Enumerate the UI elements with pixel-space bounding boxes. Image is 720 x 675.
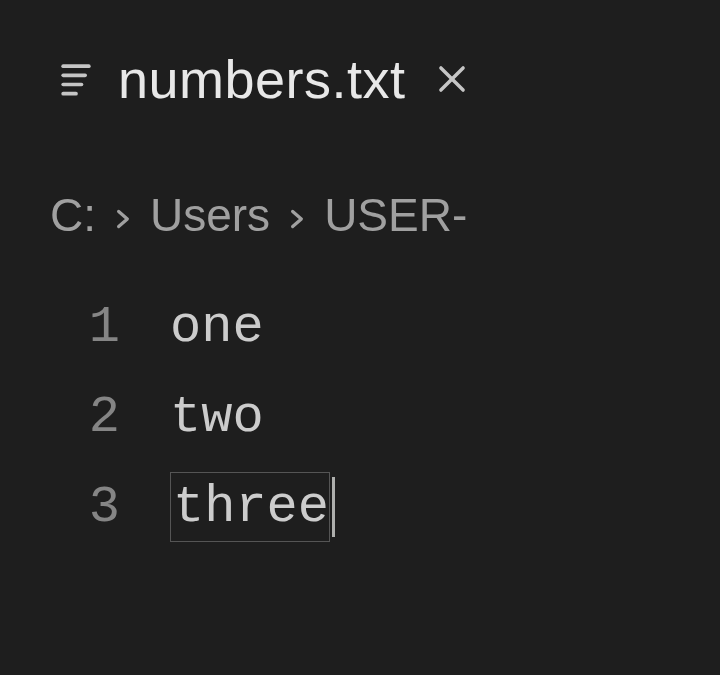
editor-line[interactable]: 1 one (40, 282, 720, 372)
breadcrumb: C: Users USER- (40, 188, 720, 242)
line-text[interactable]: one (170, 292, 264, 362)
line-number: 2 (40, 388, 170, 447)
line-text[interactable]: three (170, 472, 330, 542)
tab-label: numbers.txt (118, 48, 406, 110)
line-number: 3 (40, 478, 170, 537)
chevron-right-icon (110, 188, 136, 242)
breadcrumb-item[interactable]: Users (150, 188, 270, 242)
editor-line[interactable]: 3 three (40, 462, 720, 552)
text-cursor (332, 477, 335, 537)
chevron-right-icon (284, 188, 310, 242)
text-file-icon (54, 57, 98, 101)
editor-panel: numbers.txt C: Users USER- 1 one (0, 0, 720, 552)
file-tab[interactable]: numbers.txt (40, 40, 486, 118)
breadcrumb-item[interactable]: USER- (324, 188, 467, 242)
breadcrumb-item[interactable]: C: (50, 188, 96, 242)
line-number: 1 (40, 298, 170, 357)
close-tab-button[interactable] (432, 59, 472, 99)
line-text[interactable]: two (170, 382, 264, 452)
editor-line[interactable]: 2 two (40, 372, 720, 462)
code-editor[interactable]: 1 one 2 two 3 three (40, 282, 720, 552)
